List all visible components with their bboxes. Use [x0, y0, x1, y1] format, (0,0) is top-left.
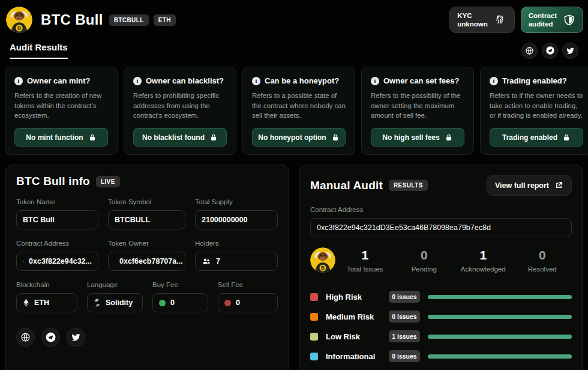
- twitter-link[interactable]: [67, 328, 85, 347]
- risk-row-high: High Risk 0 issues: [310, 291, 572, 303]
- buy-fee-field: 0: [152, 293, 208, 312]
- globe-icon: [525, 46, 534, 55]
- buy-fee-status-dot: [159, 300, 166, 306]
- holders-value: 7: [216, 257, 220, 265]
- stat-acknowledged: 1 Acknowledged: [454, 248, 513, 273]
- token-symbol-value: BTCBULL: [115, 216, 150, 224]
- view-full-report-button[interactable]: View full report: [487, 175, 572, 196]
- total-supply-value: 21000000000: [202, 216, 247, 224]
- kyc-label-line1: KYC: [457, 11, 487, 20]
- audit-contract-address-label: Contract Address: [310, 206, 572, 213]
- telegram-link[interactable]: [41, 328, 60, 347]
- token-owner-link[interactable]: 0xcf6ecb78707a...: [108, 252, 185, 271]
- lock-icon: [331, 133, 340, 142]
- card-owner-can-blacklist: i Owner can blacklist? Refers to prohibi…: [124, 67, 236, 155]
- informational-issues-badge: 0 issues: [389, 350, 420, 362]
- risk-breakdown: High Risk 0 issues Medium Risk 0 issues …: [310, 291, 572, 362]
- card-description: Refers to the possibility of the owner s…: [371, 91, 464, 121]
- telegram-icon: [45, 332, 56, 343]
- sell-fee-value: 0: [236, 299, 240, 307]
- high-risk-label: High Risk: [326, 293, 381, 302]
- contract-address-label: Contract Address: [16, 240, 98, 247]
- audited-label-line1: Contract: [529, 11, 557, 20]
- total-supply-label: Total Supply: [195, 198, 278, 205]
- high-risk-issues-badge: 0 issues: [389, 291, 420, 303]
- fingerprint-icon: [494, 13, 507, 26]
- lock-icon: [88, 133, 97, 142]
- token-name-value: BTC Bull: [23, 216, 55, 224]
- token-logo: B: [6, 7, 32, 33]
- kyc-status-button[interactable]: KYC unknown: [449, 7, 514, 33]
- result-label: No blacklist found: [142, 133, 205, 142]
- card-title: Trading enabled?: [502, 76, 567, 85]
- sell-fee-label: Sell Fee: [218, 281, 278, 288]
- result-label: No mint function: [26, 133, 83, 142]
- card-title: Owner can blacklist?: [146, 76, 224, 85]
- total-issues-value: 1: [335, 248, 395, 262]
- card-honeypot: i Can be a honeypot? Refers to a possibl…: [242, 67, 355, 155]
- audit-stats: B 1 Total Issues 0 Pending 1 Acknowledge…: [310, 247, 572, 273]
- audit-contract-address-field: 0xc3f822e94c321dD3Ee53ca46B78098ea79b7ec…: [310, 218, 572, 237]
- card-description: Refers to a possible state of the contra…: [252, 91, 346, 121]
- pending-value: 0: [395, 248, 454, 262]
- report-button-label: View full report: [495, 181, 549, 190]
- lock-icon: [562, 133, 571, 142]
- blockchain-label: Blockchain: [16, 281, 77, 288]
- card-title: Can be a honeypot?: [265, 76, 339, 85]
- contract-address-short: 0xc3f822e94c32...: [29, 257, 92, 265]
- language-value: Solidity: [106, 299, 133, 307]
- blacklist-check-result-button[interactable]: No blacklist found: [133, 128, 227, 147]
- high-risk-bar: [428, 295, 572, 299]
- fees-check-result-button[interactable]: No high sell fees: [371, 128, 464, 147]
- total-supply-field: 21000000000: [195, 210, 278, 229]
- language-field: Solidity: [87, 293, 143, 312]
- manual-audit-panel: Manual Audit RESULTS View full report Co…: [299, 165, 583, 370]
- trading-check-result-button[interactable]: Trading enabled: [490, 128, 583, 147]
- twitter-link[interactable]: [562, 43, 578, 59]
- informational-color-swatch: [310, 353, 318, 360]
- token-owner-short: 0xcf6ecb78707a...: [119, 257, 183, 265]
- informational-label: Informational: [326, 352, 381, 361]
- high-risk-color-swatch: [310, 293, 318, 301]
- website-link[interactable]: [16, 328, 35, 347]
- website-link[interactable]: [521, 43, 538, 59]
- info-icon: i: [371, 77, 379, 85]
- audit-contract-address-value: 0xc3f822e94c321dD3Ee53ca46B78098ea79b7ec…: [317, 223, 491, 232]
- buy-fee-label: Buy Fee: [152, 281, 208, 288]
- stat-total-issues: 1 Total Issues: [335, 248, 395, 273]
- medium-risk-bar: [428, 315, 572, 319]
- sell-fee-field: 0: [218, 293, 278, 312]
- telegram-link[interactable]: [542, 43, 558, 59]
- card-description: Refers to if the owner needs to take act…: [490, 91, 583, 121]
- result-label: No high sell fees: [382, 133, 439, 142]
- audited-label-line2: audited: [529, 20, 557, 28]
- manual-audit-title: Manual Audit: [310, 179, 383, 192]
- token-name-label: Token Name: [16, 198, 98, 205]
- chain-badge: ETH: [154, 14, 176, 26]
- holders-label: Holders: [195, 240, 278, 247]
- honeypot-check-result-button[interactable]: No honeypot option: [252, 128, 346, 147]
- low-risk-label: Low Risk: [326, 332, 381, 341]
- stat-pending: 0 Pending: [395, 248, 454, 273]
- medium-risk-label: Medium Risk: [326, 312, 381, 321]
- page-title: BTC Bull: [41, 11, 103, 28]
- acknowledged-value: 1: [454, 248, 513, 262]
- low-risk-bar: [428, 335, 572, 339]
- token-owner-label: Token Owner: [108, 240, 185, 247]
- token-name-field: BTC Bull: [16, 210, 98, 229]
- shield-icon: [563, 14, 575, 26]
- live-badge: LIVE: [96, 176, 120, 187]
- risk-row-low: Low Risk 1 issues: [310, 330, 572, 342]
- informational-bar: [428, 354, 572, 359]
- tab-audit-results[interactable]: Audit Results: [10, 42, 68, 59]
- card-description: Refers to prohibiting specific addresses…: [133, 91, 227, 121]
- contract-address-link[interactable]: 0xc3f822e94c32...: [16, 252, 98, 271]
- svg-text:B: B: [17, 25, 22, 31]
- lock-icon: [445, 133, 453, 142]
- card-title: Owner can set fees?: [383, 76, 459, 85]
- card-owner-can-mint: i Owner can mint? Refers to the creation…: [5, 67, 118, 155]
- resolved-value: 0: [513, 248, 572, 262]
- info-icon: i: [133, 77, 142, 85]
- mint-check-result-button[interactable]: No mint function: [14, 128, 108, 147]
- contract-audited-button[interactable]: Contract audited: [521, 7, 583, 33]
